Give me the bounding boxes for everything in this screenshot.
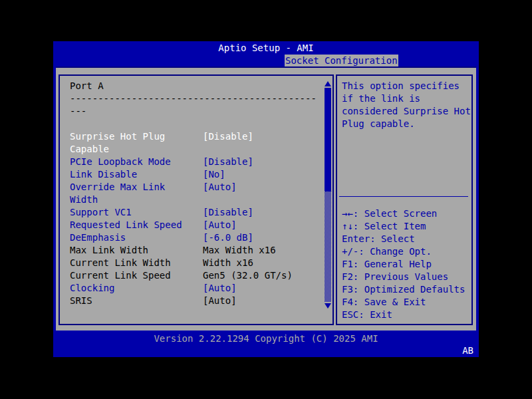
setting-value[interactable]: [Disable] xyxy=(203,156,253,168)
hotkey-select-item: ↑↓: Select Item xyxy=(342,220,471,233)
setting-override-max-link-width[interactable]: Override Max Link Width [Auto] xyxy=(70,181,332,206)
setting-requested-link-speed[interactable]: Requested Link Speed [Auto] xyxy=(70,219,332,231)
bios-window: Aptio Setup - AMI Socket Configuration P… xyxy=(53,41,479,357)
hotkey-change-opt: +/-: Change Opt. xyxy=(342,245,471,258)
setting-value[interactable]: [Auto] xyxy=(203,219,237,231)
setting-value[interactable]: [Disable] xyxy=(203,206,253,219)
setting-label: Clocking xyxy=(70,282,193,295)
scroll-up-icon[interactable] xyxy=(325,80,331,88)
setting-sris: SRIS [Auto] xyxy=(70,295,332,307)
help-panel: This option specifies if the link is con… xyxy=(336,74,473,325)
setting-label: DeEmphasis xyxy=(70,231,193,244)
setting-link-disable[interactable]: Link Disable [No] xyxy=(70,168,332,181)
tab-bar: Socket Configuration xyxy=(53,55,479,66)
setting-value: Gen5 (32.0 GT/s) xyxy=(203,269,293,282)
hotkey-f1-general-help: F1: General Help xyxy=(342,258,471,271)
tab-socket-configuration[interactable]: Socket Configuration xyxy=(285,55,398,66)
setting-value[interactable]: [No] xyxy=(203,168,225,181)
setting-surprise-hot-plug-capable[interactable]: Surprise Hot Plug Capable [Disable] xyxy=(70,130,332,156)
info-max-link-width: Max Link Width Max Width x16 xyxy=(70,244,332,257)
settings-panel: Port A ---------------------------------… xyxy=(59,74,334,325)
hotkey-legend: →←: Select Screen ↑↓: Select Item Enter:… xyxy=(337,197,471,321)
setting-value[interactable]: [Auto] xyxy=(203,181,237,194)
section-divider-line1: ----------------------------------------… xyxy=(70,92,332,105)
window-title: Aptio Setup - AMI xyxy=(53,41,479,55)
scrollbar-thumb[interactable] xyxy=(325,88,331,192)
spacer xyxy=(70,118,332,130)
setting-label: Current Link Width xyxy=(70,257,193,269)
hotkey-f3-optimized-defaults: F3: Optimized Defaults xyxy=(342,283,471,296)
info-current-link-speed: Current Link Speed Gen5 (32.0 GT/s) xyxy=(70,269,332,282)
section-divider-line2: --- xyxy=(70,105,332,118)
hotkey-enter-select: Enter: Select xyxy=(342,233,471,245)
setting-label: Override Max Link Width xyxy=(70,181,193,206)
setting-label: PCIe Loopback Mode xyxy=(70,156,193,168)
scrollbar[interactable] xyxy=(325,80,331,310)
bios-screen: Aptio Setup - AMI Socket Configuration P… xyxy=(0,0,532,399)
setting-label: Link Disable xyxy=(70,168,193,181)
build-badge: AB xyxy=(462,345,473,356)
footer-bar: Version 2.22.1294 Copyright (C) 2025 AMI… xyxy=(53,331,479,357)
setting-label: SRIS xyxy=(70,295,193,307)
setting-pcie-loopback-mode[interactable]: PCIe Loopback Mode [Disable] xyxy=(70,156,332,168)
help-text: This option specifies if the link is con… xyxy=(342,80,473,130)
hotkey-f4-save-exit: F4: Save & Exit xyxy=(342,296,471,309)
setting-value: Max Width x16 xyxy=(203,244,276,257)
hotkey-esc-exit: ESC: Exit xyxy=(342,309,471,321)
scrollbar-track[interactable] xyxy=(325,192,331,302)
help-area: This option specifies if the link is con… xyxy=(337,76,471,196)
setting-label: Support VC1 xyxy=(70,206,193,219)
setting-label: Max Link Width xyxy=(70,244,193,257)
scroll-down-icon[interactable] xyxy=(325,302,331,310)
setting-deemphasis[interactable]: DeEmphasis [-6.0 dB] xyxy=(70,231,332,244)
setting-value: [Auto] xyxy=(203,295,237,307)
setting-label: Requested Link Speed xyxy=(70,219,193,231)
section-title: Port A xyxy=(70,80,332,92)
main-area: Port A ---------------------------------… xyxy=(56,66,476,331)
setting-support-vc1[interactable]: Support VC1 [Disable] xyxy=(70,206,332,219)
setting-value: Width x16 xyxy=(203,257,253,269)
hotkey-f2-previous-values: F2: Previous Values xyxy=(342,271,471,283)
setting-label: Current Link Speed xyxy=(70,269,193,282)
setting-label: Surprise Hot Plug Capable xyxy=(70,130,193,156)
setting-value[interactable]: [-6.0 dB] xyxy=(203,231,253,244)
info-current-link-width: Current Link Width Width x16 xyxy=(70,257,332,269)
setting-value[interactable]: [Disable] xyxy=(203,130,253,143)
setting-clocking[interactable]: Clocking [Auto] xyxy=(70,282,332,295)
setting-value[interactable]: [Auto] xyxy=(203,282,237,295)
version-text: Version 2.22.1294 Copyright (C) 2025 AMI xyxy=(53,331,479,344)
hotkey-select-screen: →←: Select Screen xyxy=(342,207,471,220)
